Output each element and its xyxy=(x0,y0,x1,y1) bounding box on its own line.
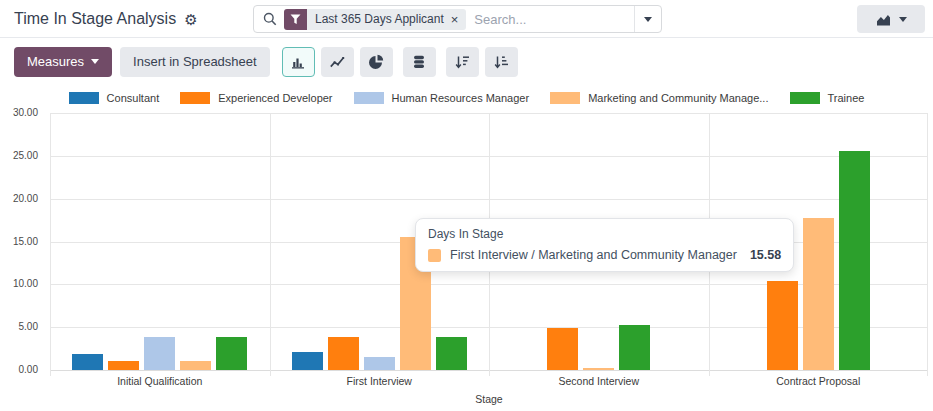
legend-label: Human Resources Manager xyxy=(392,92,530,104)
legend-label: Marketing and Community Manage... xyxy=(588,92,768,104)
tooltip-swatch xyxy=(428,249,441,262)
y-tick-label: 20.00 xyxy=(0,193,38,204)
page-title: Time In Stage Analysis xyxy=(14,10,176,28)
tooltip-label: First Interview / Marketing and Communit… xyxy=(450,248,737,262)
x-tick-label: Second Interview xyxy=(489,375,709,387)
control-panel: Time In Stage Analysis ⚙ Last 365 Days A… xyxy=(0,0,933,38)
y-tick-label: 15.00 xyxy=(0,236,38,247)
y-tick-label: 25.00 xyxy=(0,150,38,161)
area-chart-icon xyxy=(875,12,892,27)
breadcrumb: Time In Stage Analysis ⚙ xyxy=(14,0,198,38)
sort-ascending-button[interactable] xyxy=(485,47,518,77)
chevron-down-icon xyxy=(644,17,652,22)
legend-label: Consultant xyxy=(107,92,160,104)
y-tick-label: 30.00 xyxy=(0,107,38,118)
filter-facet-body: Last 365 Days Applicant × xyxy=(307,9,466,30)
bar-marketing-and-community-manager[interactable] xyxy=(180,361,211,370)
y-axis-labels: 30.0025.0020.0015.0010.005.000.00 xyxy=(0,113,42,370)
sort-descending-icon xyxy=(454,54,470,70)
bar-trainee[interactable] xyxy=(216,337,247,370)
bar-marketing-and-community-manager[interactable] xyxy=(803,218,834,370)
legend-item-experienced-developer[interactable]: Experienced Developer xyxy=(180,92,332,104)
x-axis-title: Stage xyxy=(50,393,928,405)
facet-close-icon[interactable]: × xyxy=(451,13,459,26)
sort-ascending-icon xyxy=(493,54,509,70)
chart-legend: ConsultantExperienced DeveloperHuman Res… xyxy=(0,92,933,104)
search-input[interactable] xyxy=(466,12,634,27)
stacked-bars-icon xyxy=(411,54,427,70)
x-tick-label: Initial Qualification xyxy=(50,375,270,387)
pie-chart-icon xyxy=(368,54,384,70)
bar-trainee[interactable] xyxy=(839,151,870,370)
bar-experienced-developer[interactable] xyxy=(108,361,139,370)
legend-item-human-resources-manager[interactable]: Human Resources Manager xyxy=(354,92,530,104)
filter-facet-label: Last 365 Days Applicant xyxy=(315,12,444,26)
chart-tooltip: Days In Stage First Interview / Marketin… xyxy=(415,218,794,272)
legend-label: Experienced Developer xyxy=(218,92,332,104)
legend-swatch xyxy=(550,92,580,104)
stacked-toggle-button[interactable] xyxy=(403,47,436,77)
search-icon xyxy=(263,12,277,26)
chart-type-buttons xyxy=(282,47,518,77)
gear-icon[interactable]: ⚙ xyxy=(184,12,197,27)
y-tick-label: 0.00 xyxy=(0,364,38,375)
search-dropdown-toggle[interactable] xyxy=(634,6,661,32)
tooltip-title: Days In Stage xyxy=(428,227,781,241)
bar-consultant[interactable] xyxy=(72,354,103,370)
line-chart-button[interactable] xyxy=(321,47,354,77)
x-tick-label: Contract Proposal xyxy=(709,375,929,387)
tooltip-value: 15.58 xyxy=(750,248,781,262)
graph-toolbar: Measures Insert in Spreadsheet xyxy=(0,38,933,85)
legend-swatch xyxy=(180,92,210,104)
insert-label: Insert in Spreadsheet xyxy=(133,54,257,69)
measures-button[interactable]: Measures xyxy=(14,47,112,77)
y-tick-label: 10.00 xyxy=(0,278,38,289)
chevron-down-icon xyxy=(91,59,99,64)
view-switcher-button[interactable] xyxy=(857,5,925,33)
pie-chart-button[interactable] xyxy=(360,47,393,77)
graph-view-page: Time In Stage Analysis ⚙ Last 365 Days A… xyxy=(0,0,933,411)
chevron-down-icon xyxy=(899,17,907,22)
legend-swatch xyxy=(354,92,384,104)
filter-funnel-icon xyxy=(284,9,307,30)
bar-experienced-developer[interactable] xyxy=(767,281,798,370)
tooltip-row: First Interview / Marketing and Communit… xyxy=(428,248,781,262)
bar-trainee[interactable] xyxy=(619,325,650,370)
legend-swatch xyxy=(790,92,820,104)
bar-chart-button[interactable] xyxy=(282,47,315,77)
legend-item-trainee[interactable]: Trainee xyxy=(790,92,865,104)
bar-human-resources-manager[interactable] xyxy=(144,337,175,370)
measures-label: Measures xyxy=(27,54,84,69)
insert-in-spreadsheet-button[interactable]: Insert in Spreadsheet xyxy=(120,47,270,77)
line-chart-icon xyxy=(329,54,345,70)
legend-label: Trainee xyxy=(828,92,865,104)
bar-trainee[interactable] xyxy=(436,337,467,370)
legend-item-marketing-and-community-manager[interactable]: Marketing and Community Manage... xyxy=(550,92,768,104)
bar-consultant[interactable] xyxy=(292,352,323,370)
bar-experienced-developer[interactable] xyxy=(547,328,578,370)
x-tick-label: First Interview xyxy=(270,375,490,387)
y-tick-label: 5.00 xyxy=(0,321,38,332)
bar-marketing-and-community-manager[interactable] xyxy=(583,368,614,370)
filter-facet[interactable]: Last 365 Days Applicant × xyxy=(284,9,466,30)
sort-descending-button[interactable] xyxy=(446,47,479,77)
bar-human-resources-manager[interactable] xyxy=(364,357,395,370)
legend-item-consultant[interactable]: Consultant xyxy=(69,92,160,104)
bar-group-initial-qualification xyxy=(50,113,270,370)
bar-experienced-developer[interactable] xyxy=(328,337,359,370)
legend-swatch xyxy=(69,92,99,104)
bar-chart-icon xyxy=(290,54,306,70)
search-bar[interactable]: Last 365 Days Applicant × xyxy=(253,5,662,33)
x-axis-labels: Initial QualificationFirst InterviewSeco… xyxy=(50,375,928,387)
